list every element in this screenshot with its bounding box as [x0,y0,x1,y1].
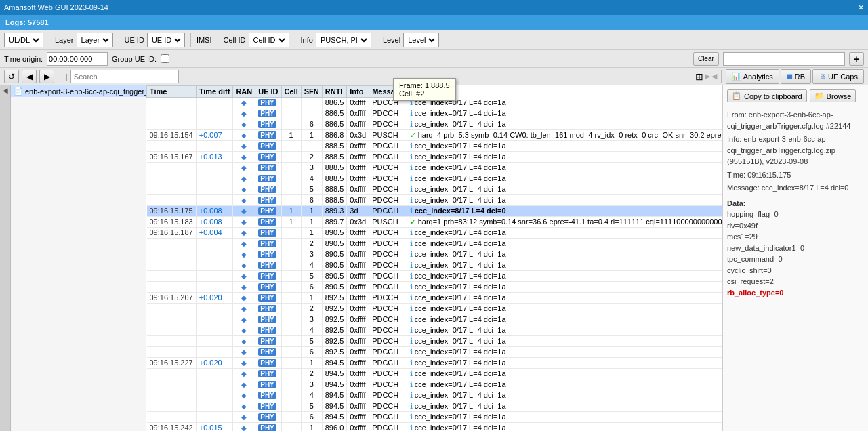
col-sfn[interactable]: SFN [301,86,322,98]
table-row[interactable]: ◆ PHY 5 892.5 0xffff PDCCH ℹ cce_index=0… [147,335,723,346]
table-row[interactable]: ◆ PHY 6 888.5 0xffff PDCCH ℹ cce_index=0… [147,194,723,205]
table-row[interactable]: ◆ PHY 5 894.5 0xffff PDCCH ℹ cce_index=0… [147,401,723,411]
table-row[interactable]: ◆ PHY 5 888.5 0xffff PDCCH ℹ cce_index=0… [147,184,723,194]
filter-input[interactable] [723,52,845,66]
search-input[interactable] [70,70,179,83]
cell-sfn: 888.5 [322,184,347,194]
ul-dl-dropdown[interactable]: UL/DLULDL [6,33,41,47]
clear-button[interactable]: Clear [693,52,719,66]
col-time[interactable]: Time [147,86,197,98]
forward-button[interactable]: ▶ [39,70,54,83]
time-origin-input[interactable] [47,52,108,66]
level-select[interactable]: Level [403,33,439,47]
copy-to-clipboard-button[interactable]: 📋 Copy to clipboard [727,89,807,102]
cell-ue-id [281,368,301,379]
cell-rnti: 0xffff [347,98,369,108]
col-time-diff[interactable]: Time diff [196,86,233,98]
table-row[interactable]: 09:16:15.167 +0.013 ◆ PHY 2 888.5 0xffff… [147,151,723,162]
cell-info: PDCCH [369,260,407,270]
table-row[interactable]: ◆ PHY 886.5 0xffff PDCCH ℹ cce_index=0/1… [147,108,723,119]
cell-message: ℹ cce_index=0/17 L=4 dci=1a [407,108,722,119]
cell-ue-id [281,270,301,281]
cell-cell: 5 [301,401,322,411]
cell-id-dropdown[interactable]: Cell ID [251,33,287,47]
cell-time [147,325,197,335]
col-ran[interactable]: RAN [233,86,255,98]
add-filter-button[interactable]: + [849,52,864,66]
table-row[interactable]: 09:16:15.242 +0.015 ◆ PHY 1 896.0 0xffff… [147,422,723,431]
ue-id-select[interactable]: UE ID [147,33,185,47]
cell-sfn: 890.5 [322,249,347,260]
info-dropdown[interactable]: PUSCH, PI [318,33,369,47]
table-row[interactable]: ◆ PHY 6 892.5 0xffff PDCCH ℹ cce_index=0… [147,346,723,357]
cell-ran: ◆ [233,411,255,422]
analytics-button[interactable]: 📊 Analytics [726,69,779,84]
cell-info: PDCCH [369,162,407,173]
cell-rnti: 0xffff [347,390,369,401]
cell-phy: PHY [255,98,281,108]
right-panel-header: 📋 Copy to clipboard 📁 Browse [727,89,864,105]
table-row[interactable]: ◆ PHY 3 892.5 0xffff PDCCH ℹ cce_index=0… [147,314,723,325]
cell-info: PDCCH [369,184,407,194]
layer-select[interactable]: LayerPHYMAC [77,33,113,47]
ue-id-dropdown[interactable]: UE ID [149,33,183,47]
group-ue-id-checkbox[interactable] [161,54,169,63]
close-icon[interactable]: ✕ [858,3,864,12]
col-ue-id[interactable]: UE ID [255,86,281,98]
table-row[interactable]: 09:16:15.183 +0.008 ◆ PHY 1 1 889.7 0x3d… [147,216,723,227]
table-row[interactable]: 09:16:15.207 +0.020 ◆ PHY 1 892.5 0xffff… [147,292,723,303]
cell-message: ℹ cce_index=0/17 L=4 dci=1a [407,411,722,422]
level-dropdown[interactable]: Level [405,33,437,47]
cell-rnti: 0xffff [347,238,369,249]
table-row[interactable]: ◆ PHY 3 890.5 0xffff PDCCH ℹ cce_index=0… [147,249,723,260]
browse-button[interactable]: 📁 Browse [810,89,856,102]
cell-info: PDCCH [369,379,407,390]
cell-time-diff [196,140,233,151]
table-row[interactable]: ◆ PHY 2 894.5 0xffff PDCCH ℹ cce_index=0… [147,368,723,379]
table-row[interactable]: ◆ PHY 3 888.5 0xffff PDCCH ℹ cce_index=0… [147,162,723,173]
rb-button[interactable]: ◼ RB [781,69,811,84]
table-row[interactable]: ◆ PHY 6 886.5 0xffff PDCCH ℹ cce_index=0… [147,119,723,129]
file-item[interactable]: 📄 enb-export-3-enb-6cc-ap-cqi_trigger_ar… [11,85,146,97]
table-row[interactable]: 09:16:15.154 +0.007 ◆ PHY 1 1 886.8 0x3d… [147,129,723,140]
col-info[interactable]: Info [347,86,369,98]
ue-caps-button[interactable]: 🖥 UE Caps [812,69,864,84]
refresh-button[interactable]: ↺ [4,70,19,83]
table-row[interactable]: ◆ PHY 6 894.5 0xffff PDCCH ℹ cce_index=0… [147,411,723,422]
back-button[interactable]: ◀ [22,70,37,83]
table-row[interactable]: ◆ PHY 5 890.5 0xffff PDCCH ℹ cce_index=0… [147,270,723,281]
cell-cell: 1 [301,216,322,227]
col-rnti[interactable]: RNTI [322,86,347,98]
table-row[interactable]: 09:16:15.227 +0.020 ◆ PHY 1 894.5 0xffff… [147,357,723,368]
table-row[interactable]: ◆ PHY 4 894.5 0xffff PDCCH ℹ cce_index=0… [147,390,723,401]
grid-icon: ⊞ [695,71,703,82]
table-row[interactable]: ◆ PHY 4 892.5 0xffff PDCCH ℹ cce_index=0… [147,325,723,335]
col-message[interactable]: Message [369,86,407,98]
cell-rnti: 0x3d [347,129,369,140]
info-select[interactable]: PUSCH, PI [316,33,371,47]
right-panel-info: Info: enb-export-3-enb-6cc-ap-cqi_trigge… [727,134,864,167]
table-row[interactable]: ◆ PHY 888.5 0xffff PDCCH ℹ cce_index=0/1… [147,140,723,151]
cell-id-select[interactable]: Cell ID [249,33,289,47]
table-row[interactable]: ◆ PHY 4 888.5 0xffff PDCCH ℹ cce_index=0… [147,173,723,184]
layer-dropdown[interactable]: LayerPHYMAC [79,33,111,47]
cell-info: PDCCH [369,292,407,303]
col-cell[interactable]: Cell [281,86,301,98]
table-row[interactable]: 09:16:15.175 +0.008 ◆ PHY 1 1 889.3 3d P… [147,205,723,216]
cell-phy: PHY [255,281,281,292]
ul-dl-select[interactable]: UL/DLULDL [4,33,43,47]
table-row[interactable]: ◆ PHY 3 894.5 0xffff PDCCH ℹ cce_index=0… [147,379,723,390]
cell-rnti: 0xffff [347,140,369,151]
table-row[interactable]: ◆ PHY 4 890.5 0xffff PDCCH ℹ cce_index=0… [147,260,723,270]
table-row[interactable]: ◆ PHY 2 892.5 0xffff PDCCH ℹ cce_index=0… [147,303,723,314]
table-row[interactable]: ◆ PHY 6 890.5 0xffff PDCCH ℹ cce_index=0… [147,281,723,292]
log-table-area[interactable]: Frame: 1,888.5 Cell: #2 Time Time diff R… [146,85,722,431]
cell-ran: ◆ [233,335,255,346]
cell-rnti: 0xffff [347,151,369,162]
sidebar-collapse-icon[interactable]: ◀ [3,87,8,94]
cell-time: 09:16:15.154 [147,129,197,140]
table-row[interactable]: ◆ PHY 886.5 0xffff PDCCH ℹ cce_index=0/1… [147,98,723,108]
log-table: Time Time diff RAN UE ID Cell SFN RNTI I… [146,85,722,431]
table-row[interactable]: ◆ PHY 2 890.5 0xffff PDCCH ℹ cce_index=0… [147,238,723,249]
table-row[interactable]: 09:16:15.187 +0.004 ◆ PHY 1 890.5 0xffff… [147,227,723,238]
